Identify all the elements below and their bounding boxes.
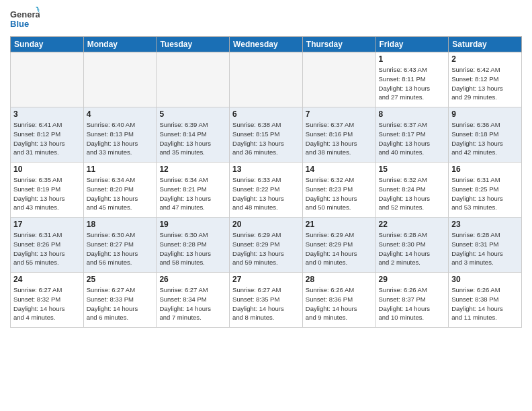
calendar-cell: 11Sunrise: 6:34 AMSunset: 8:20 PMDayligh… xyxy=(83,163,157,218)
cell-info: Sunrise: 6:33 AMSunset: 8:22 PMDaylight:… xyxy=(232,175,300,212)
calendar-cell: 2Sunrise: 6:42 AMSunset: 8:12 PMDaylight… xyxy=(449,52,522,107)
cell-info: Sunrise: 6:42 AMSunset: 8:12 PMDaylight:… xyxy=(451,65,519,102)
day-number: 13 xyxy=(232,165,300,174)
day-number: 10 xyxy=(13,165,81,174)
calendar-cell: 23Sunrise: 6:28 AMSunset: 8:31 PMDayligh… xyxy=(449,218,522,273)
cell-info: Sunrise: 6:27 AMSunset: 8:32 PMDaylight:… xyxy=(13,285,81,322)
cell-info: Sunrise: 6:32 AMSunset: 8:23 PMDaylight:… xyxy=(306,175,373,212)
cell-info: Sunrise: 6:26 AMSunset: 8:38 PMDaylight:… xyxy=(451,285,519,322)
calendar-cell: 13Sunrise: 6:33 AMSunset: 8:22 PMDayligh… xyxy=(230,163,303,218)
day-number: 5 xyxy=(159,109,226,119)
day-number: 9 xyxy=(451,109,519,119)
header-cell-thursday: Thursday xyxy=(302,37,375,52)
calendar-cell: 5Sunrise: 6:39 AMSunset: 8:14 PMDaylight… xyxy=(157,107,230,163)
cell-info: Sunrise: 6:29 AMSunset: 8:29 PMDaylight:… xyxy=(306,230,373,267)
svg-text:Blue: Blue xyxy=(10,19,29,29)
calendar-cell: 3Sunrise: 6:41 AMSunset: 8:12 PMDaylight… xyxy=(11,107,84,163)
calendar-cell: 19Sunrise: 6:30 AMSunset: 8:28 PMDayligh… xyxy=(157,218,230,273)
cell-info: Sunrise: 6:27 AMSunset: 8:35 PMDaylight:… xyxy=(232,285,300,322)
calendar-cell: 9Sunrise: 6:36 AMSunset: 8:18 PMDaylight… xyxy=(449,107,522,163)
day-number: 20 xyxy=(232,220,300,229)
calendar-cell: 4Sunrise: 6:40 AMSunset: 8:13 PMDaylight… xyxy=(83,107,157,163)
calendar-week-4: 17Sunrise: 6:31 AMSunset: 8:26 PMDayligh… xyxy=(11,218,522,273)
calendar-body: 1Sunrise: 6:43 AMSunset: 8:11 PMDaylight… xyxy=(11,52,522,328)
day-number: 3 xyxy=(13,109,81,119)
calendar-cell: 25Sunrise: 6:27 AMSunset: 8:33 PMDayligh… xyxy=(83,273,157,328)
calendar-cell: 8Sunrise: 6:37 AMSunset: 8:17 PMDaylight… xyxy=(375,107,449,163)
calendar-cell xyxy=(157,52,230,107)
calendar-cell: 29Sunrise: 6:26 AMSunset: 8:37 PMDayligh… xyxy=(375,273,449,328)
calendar-cell: 21Sunrise: 6:29 AMSunset: 8:29 PMDayligh… xyxy=(302,218,375,273)
cell-info: Sunrise: 6:31 AMSunset: 8:25 PMDaylight:… xyxy=(451,175,519,212)
day-number: 28 xyxy=(306,275,373,284)
day-number: 19 xyxy=(159,220,226,229)
day-number: 11 xyxy=(87,165,154,174)
cell-info: Sunrise: 6:27 AMSunset: 8:34 PMDaylight:… xyxy=(159,285,226,322)
cell-info: Sunrise: 6:26 AMSunset: 8:37 PMDaylight:… xyxy=(379,285,446,322)
calendar-cell xyxy=(11,52,84,107)
day-number: 24 xyxy=(13,275,81,284)
day-number: 8 xyxy=(379,109,446,119)
cell-info: Sunrise: 6:40 AMSunset: 8:13 PMDaylight:… xyxy=(87,120,154,157)
day-number: 1 xyxy=(379,54,446,64)
calendar-header-row: SundayMondayTuesdayWednesdayThursdayFrid… xyxy=(11,37,522,52)
cell-info: Sunrise: 6:37 AMSunset: 8:17 PMDaylight:… xyxy=(379,120,446,157)
header-cell-sunday: Sunday xyxy=(11,37,84,52)
calendar-cell: 20Sunrise: 6:29 AMSunset: 8:29 PMDayligh… xyxy=(230,218,303,273)
header-cell-monday: Monday xyxy=(83,37,157,52)
day-number: 15 xyxy=(379,165,446,174)
cell-info: Sunrise: 6:32 AMSunset: 8:24 PMDaylight:… xyxy=(379,175,446,212)
day-number: 2 xyxy=(451,54,519,64)
calendar-cell: 14Sunrise: 6:32 AMSunset: 8:23 PMDayligh… xyxy=(302,163,375,218)
calendar-cell: 12Sunrise: 6:34 AMSunset: 8:21 PMDayligh… xyxy=(157,163,230,218)
cell-info: Sunrise: 6:36 AMSunset: 8:18 PMDaylight:… xyxy=(451,120,519,157)
cell-info: Sunrise: 6:30 AMSunset: 8:27 PMDaylight:… xyxy=(87,230,154,267)
svg-text:General: General xyxy=(10,9,40,19)
day-number: 23 xyxy=(451,220,519,229)
day-number: 14 xyxy=(306,165,373,174)
calendar-cell: 22Sunrise: 6:28 AMSunset: 8:30 PMDayligh… xyxy=(375,218,449,273)
day-number: 25 xyxy=(87,275,154,284)
calendar-cell: 17Sunrise: 6:31 AMSunset: 8:26 PMDayligh… xyxy=(11,218,84,273)
day-number: 12 xyxy=(159,165,226,174)
calendar-cell xyxy=(302,52,375,107)
cell-info: Sunrise: 6:28 AMSunset: 8:30 PMDaylight:… xyxy=(379,230,446,267)
day-number: 27 xyxy=(232,275,300,284)
calendar-cell: 15Sunrise: 6:32 AMSunset: 8:24 PMDayligh… xyxy=(375,163,449,218)
cell-info: Sunrise: 6:37 AMSunset: 8:16 PMDaylight:… xyxy=(306,120,373,157)
calendar-cell: 24Sunrise: 6:27 AMSunset: 8:32 PMDayligh… xyxy=(11,273,84,328)
cell-info: Sunrise: 6:41 AMSunset: 8:12 PMDaylight:… xyxy=(13,120,81,157)
cell-info: Sunrise: 6:29 AMSunset: 8:29 PMDaylight:… xyxy=(232,230,300,267)
logo-container: General Blue xyxy=(10,7,40,32)
logo-svg: General Blue xyxy=(10,7,40,32)
day-number: 17 xyxy=(13,220,81,229)
cell-info: Sunrise: 6:27 AMSunset: 8:33 PMDaylight:… xyxy=(87,285,154,322)
calendar-cell: 18Sunrise: 6:30 AMSunset: 8:27 PMDayligh… xyxy=(83,218,157,273)
calendar-table: SundayMondayTuesdayWednesdayThursdayFrid… xyxy=(10,36,522,328)
cell-info: Sunrise: 6:28 AMSunset: 8:31 PMDaylight:… xyxy=(451,230,519,267)
cell-info: Sunrise: 6:43 AMSunset: 8:11 PMDaylight:… xyxy=(379,65,446,102)
day-number: 18 xyxy=(87,220,154,229)
cell-info: Sunrise: 6:31 AMSunset: 8:26 PMDaylight:… xyxy=(13,230,81,267)
cell-info: Sunrise: 6:26 AMSunset: 8:36 PMDaylight:… xyxy=(306,285,373,322)
calendar-cell: 10Sunrise: 6:35 AMSunset: 8:19 PMDayligh… xyxy=(11,163,84,218)
day-number: 29 xyxy=(379,275,446,284)
header: General Blue xyxy=(10,7,522,32)
cell-info: Sunrise: 6:30 AMSunset: 8:28 PMDaylight:… xyxy=(159,230,226,267)
cell-info: Sunrise: 6:34 AMSunset: 8:21 PMDaylight:… xyxy=(159,175,226,212)
calendar-week-1: 1Sunrise: 6:43 AMSunset: 8:11 PMDaylight… xyxy=(11,52,522,107)
day-number: 21 xyxy=(306,220,373,229)
header-cell-wednesday: Wednesday xyxy=(230,37,303,52)
calendar-cell: 16Sunrise: 6:31 AMSunset: 8:25 PMDayligh… xyxy=(449,163,522,218)
calendar-week-2: 3Sunrise: 6:41 AMSunset: 8:12 PMDaylight… xyxy=(11,107,522,163)
day-number: 16 xyxy=(451,165,519,174)
cell-info: Sunrise: 6:38 AMSunset: 8:15 PMDaylight:… xyxy=(232,120,300,157)
day-number: 26 xyxy=(159,275,226,284)
page: General Blue SundayMondayTuesdayWednesda… xyxy=(0,0,532,411)
cell-info: Sunrise: 6:34 AMSunset: 8:20 PMDaylight:… xyxy=(87,175,154,212)
calendar-cell: 28Sunrise: 6:26 AMSunset: 8:36 PMDayligh… xyxy=(302,273,375,328)
calendar-cell: 7Sunrise: 6:37 AMSunset: 8:16 PMDaylight… xyxy=(302,107,375,163)
day-number: 7 xyxy=(306,109,373,119)
calendar-cell: 27Sunrise: 6:27 AMSunset: 8:35 PMDayligh… xyxy=(230,273,303,328)
calendar-cell xyxy=(83,52,157,107)
